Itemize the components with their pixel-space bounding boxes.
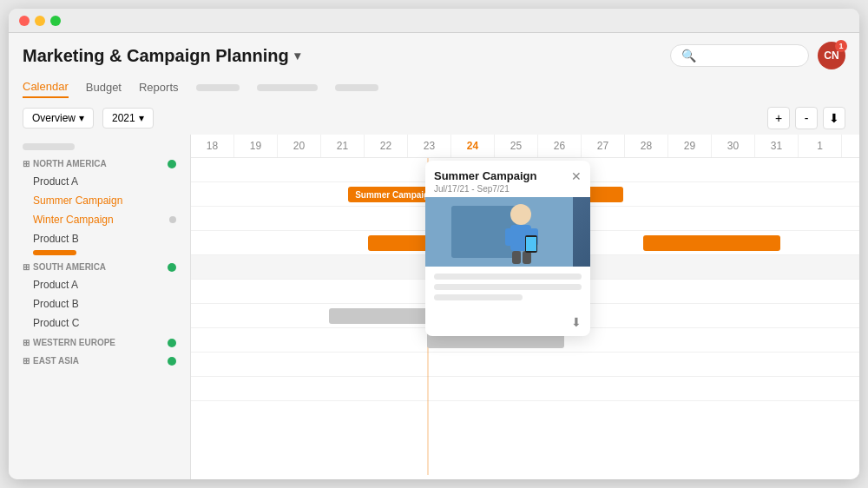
main-area: ⊞ NORTH AMERICA Product A Summer Campaig… [9, 135, 859, 479]
popup-title-block: Summer Campaign Jul/17/21 - Sep7/21 [434, 169, 536, 194]
region-ea-status-dot [168, 357, 176, 366]
winter-campaign-label: Winter Campaign [33, 214, 114, 226]
toolbar-right: + - ⬇ [767, 107, 845, 129]
popup-date: Jul/17/21 - Sep7/21 [434, 184, 536, 194]
day-2: 2 [842, 135, 859, 157]
nav-placeholder-2 [257, 84, 318, 91]
region-north-america: ⊞ NORTH AMERICA [9, 154, 190, 172]
header-top: Marketing & Campaign Planning ▾ 🔍 CN 1 [23, 42, 845, 69]
winter-campaign-indicator [169, 216, 176, 223]
svg-point-2 [510, 204, 531, 225]
popup-header: Summer Campaign Jul/17/21 - Sep7/21 ✕ [425, 161, 590, 197]
avatar[interactable]: CN 1 [818, 42, 845, 69]
minus-icon: - [805, 111, 809, 125]
nav-tabs: Calendar Budget Reports [23, 73, 845, 102]
popup-image-svg [425, 197, 573, 267]
region-east-asia: ⊞ EAST ASIA [9, 351, 190, 369]
region-north-america-label: ⊞ NORTH AMERICA [23, 159, 107, 168]
day-22: 22 [365, 135, 408, 157]
sidebar-item-na-product-b[interactable]: Product B [9, 229, 190, 248]
calendar-header: 18 19 20 21 22 23 24 25 26 27 28 29 30 3… [191, 135, 859, 158]
sidebar-item-na-product-a[interactable]: Product A [9, 172, 190, 191]
minimize-dot[interactable] [35, 16, 45, 26]
app-window: Marketing & Campaign Planning ▾ 🔍 CN 1 C… [9, 9, 859, 479]
calendar-area: 18 19 20 21 22 23 24 25 26 27 28 29 30 3… [191, 135, 859, 479]
search-box[interactable]: 🔍 [670, 44, 809, 67]
campaign-popup: Summer Campaign Jul/17/21 - Sep7/21 ✕ [425, 161, 590, 336]
sidebar: ⊞ NORTH AMERICA Product A Summer Campaig… [9, 135, 191, 479]
plus-button[interactable]: + [767, 107, 790, 129]
overview-button[interactable]: Overview ▾ [23, 108, 94, 129]
nav-placeholder-3 [335, 84, 378, 91]
day-23: 23 [408, 135, 451, 157]
sidebar-item-sa-product-a[interactable]: Product A [9, 275, 190, 294]
popup-line-1 [434, 274, 582, 280]
day-30: 30 [712, 135, 755, 157]
summer-campaign-bar-label: Summer Campaign [355, 190, 434, 200]
popup-close-button[interactable]: ✕ [571, 169, 582, 183]
sidebar-item-sa-product-b[interactable]: Product B [9, 294, 190, 313]
app-content: Marketing & Campaign Planning ▾ 🔍 CN 1 C… [9, 33, 859, 479]
region-east-asia-label: ⊞ EAST ASIA [23, 356, 79, 366]
header-right: 🔍 CN 1 [670, 42, 845, 69]
cal-row-we [191, 353, 859, 377]
sidebar-item-winter-campaign[interactable]: Winter Campaign [9, 210, 190, 229]
avatar-badge: 1 [835, 40, 847, 52]
svg-rect-7 [523, 251, 531, 264]
region-status-dot [168, 160, 176, 168]
cal-row-ea [191, 377, 859, 401]
popup-download-icon[interactable]: ⬇ [571, 315, 582, 329]
titlebar [9, 9, 859, 33]
title-text: Marketing & Campaign Planning [23, 46, 289, 66]
region-western-europe-label: ⊞ WESTERN EUROPE [23, 338, 115, 347]
region-sa-status-dot [168, 263, 176, 272]
region-sa-icon: ⊞ [23, 262, 30, 272]
region-south-america: ⊞ SOUTH AMERICA [9, 257, 190, 275]
popup-footer: ⬇ [425, 312, 590, 336]
day-26: 26 [538, 135, 582, 157]
day-25: 25 [495, 135, 538, 157]
region-we-status-dot [168, 339, 176, 347]
tab-calendar[interactable]: Calendar [23, 76, 69, 98]
title-chevron[interactable]: ▾ [294, 49, 300, 63]
app-title: Marketing & Campaign Planning ▾ [23, 46, 300, 66]
day-28: 28 [625, 135, 668, 157]
popup-image [425, 197, 590, 267]
product-b-bar-far[interactable] [643, 235, 781, 251]
sidebar-item-sa-product-c[interactable]: Product C [9, 313, 190, 333]
day-31: 31 [755, 135, 799, 157]
day-24: 24 [451, 135, 495, 157]
region-we-icon: ⊞ [23, 338, 30, 347]
day-1: 1 [799, 135, 842, 157]
day-18: 18 [191, 135, 234, 157]
avatar-initials: CN [824, 49, 838, 62]
day-29: 29 [668, 135, 712, 157]
svg-rect-4 [505, 228, 514, 246]
region-icon: ⊞ [23, 159, 30, 168]
overview-label: Overview [32, 112, 76, 124]
tab-budget[interactable]: Budget [86, 77, 122, 97]
download-button[interactable]: ⬇ [823, 107, 845, 129]
maximize-dot[interactable] [50, 16, 61, 26]
download-icon: ⬇ [829, 111, 839, 125]
close-dot[interactable] [19, 16, 30, 26]
year-label: 2021 [112, 112, 135, 124]
svg-rect-9 [526, 237, 536, 251]
sidebar-search-placeholder [23, 143, 75, 150]
day-20: 20 [278, 135, 321, 157]
day-19: 19 [234, 135, 278, 157]
search-icon: 🔍 [681, 49, 696, 63]
toolbar-left: Overview ▾ 2021 ▾ [23, 108, 154, 129]
minus-button[interactable]: - [795, 107, 818, 129]
product-b-bar [33, 250, 76, 255]
popup-title: Summer Campaign [434, 169, 536, 182]
overview-chevron: ▾ [79, 112, 84, 124]
day-21: 21 [321, 135, 365, 157]
region-south-america-label: ⊞ SOUTH AMERICA [23, 262, 106, 272]
tab-reports[interactable]: Reports [139, 77, 179, 97]
sidebar-item-summer-campaign[interactable]: Summer Campaign [9, 191, 190, 210]
region-western-europe: ⊞ WESTERN EUROPE [9, 333, 190, 351]
year-button[interactable]: 2021 ▾ [102, 108, 154, 129]
year-chevron: ▾ [139, 112, 144, 124]
plus-icon: + [775, 111, 782, 125]
